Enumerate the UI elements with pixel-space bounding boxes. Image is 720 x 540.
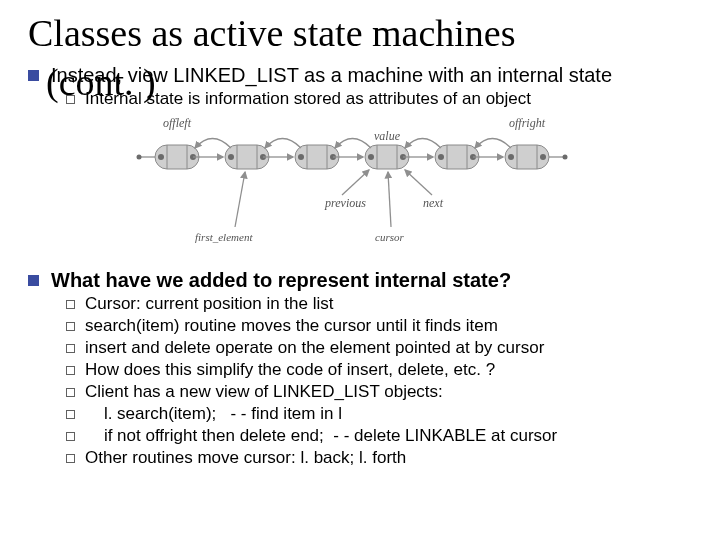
svg-point-23 <box>438 154 444 160</box>
square-bullet-icon <box>28 275 39 286</box>
list-item: l. search(item); - - find item in l <box>66 404 692 424</box>
bullet-instead: (cont. ) Instead, view LINKED_LIST as a … <box>28 64 692 87</box>
sub-internal-state-text: Internal state is information stored as … <box>85 89 531 109</box>
svg-line-40 <box>405 170 432 195</box>
item-code-search: l. search(item); - - find item in l <box>85 404 342 424</box>
hollow-bullet-icon <box>66 322 75 331</box>
label-offright: offright <box>509 116 546 130</box>
label-previous: previous <box>324 196 366 210</box>
list-item: insert and delete operate on the element… <box>66 338 692 358</box>
item-simplify: How does this simplify the code of inser… <box>85 360 495 380</box>
bullet-what-added-text: What have we added to represent internal… <box>51 269 511 292</box>
hollow-bullet-icon <box>66 366 75 375</box>
label-cursor: cursor <box>375 231 404 243</box>
item-search: search(item) routine moves the cursor un… <box>85 316 498 336</box>
svg-line-42 <box>388 172 391 227</box>
section-2: What have we added to represent internal… <box>28 269 692 468</box>
hollow-bullet-icon <box>66 454 75 463</box>
svg-line-41 <box>235 172 245 227</box>
bullet-instead-text: Instead, view LINKED_LIST as a machine w… <box>51 64 612 87</box>
hollow-bullet-icon <box>66 388 75 397</box>
svg-point-29 <box>540 154 546 160</box>
label-first-element: first_element <box>195 231 253 243</box>
list-item: Other routines move cursor: l. back; l. … <box>66 448 692 468</box>
svg-point-3 <box>158 154 164 160</box>
svg-point-18 <box>368 154 374 160</box>
linked-list-diagram: offleft offright value previous next fir… <box>125 115 595 255</box>
slide-title: Classes as active state machines <box>28 14 692 54</box>
list-item: if not offright then delete end; - - del… <box>66 426 692 446</box>
square-bullet-icon <box>28 70 39 81</box>
sub-internal-state: Internal state is information stored as … <box>66 89 692 109</box>
hollow-bullet-icon <box>66 95 75 104</box>
svg-point-28 <box>508 154 514 160</box>
list-item: How does this simplify the code of inser… <box>66 360 692 380</box>
hollow-bullet-icon <box>66 410 75 419</box>
svg-point-13 <box>298 154 304 160</box>
item-other-routines: Other routines move cursor: l. back; l. … <box>85 448 406 468</box>
label-value: value <box>374 129 401 143</box>
bullet-what-added: What have we added to represent internal… <box>28 269 692 292</box>
item-insert-delete: insert and delete operate on the element… <box>85 338 544 358</box>
sub-bullets-1: Internal state is information stored as … <box>66 89 692 109</box>
label-next: next <box>423 196 444 210</box>
slide: Classes as active state machines (cont. … <box>0 0 720 540</box>
svg-point-8 <box>228 154 234 160</box>
svg-point-38 <box>563 154 568 159</box>
svg-point-36 <box>137 154 142 159</box>
hollow-bullet-icon <box>66 344 75 353</box>
list-item: search(item) routine moves the cursor un… <box>66 316 692 336</box>
list-item: Client has a new view of LINKED_LIST obj… <box>66 382 692 402</box>
item-cursor: Cursor: current position in the list <box>85 294 334 314</box>
list-item: Cursor: current position in the list <box>66 294 692 314</box>
sub-bullets-2: Cursor: current position in the list sea… <box>66 294 692 468</box>
item-code-delete: if not offright then delete end; - - del… <box>85 426 557 446</box>
hollow-bullet-icon <box>66 432 75 441</box>
item-client-view: Client has a new view of LINKED_LIST obj… <box>85 382 443 402</box>
linked-list-diagram-area: offleft offright value previous next fir… <box>28 115 692 255</box>
hollow-bullet-icon <box>66 300 75 309</box>
svg-line-39 <box>342 170 369 195</box>
label-offleft: offleft <box>163 116 192 130</box>
